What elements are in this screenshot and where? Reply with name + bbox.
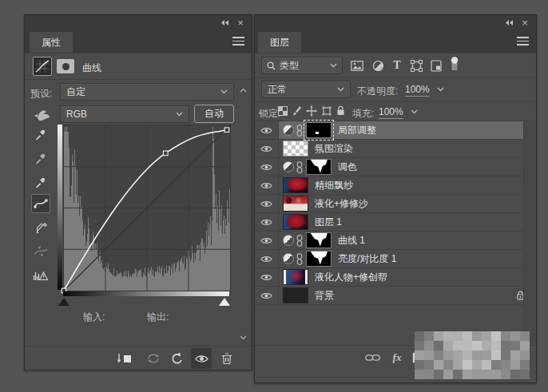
lock-transparency-icon[interactable] [277, 105, 288, 117]
layer-row[interactable]: 曲线 1 [255, 232, 536, 250]
curves-adjustment-icon[interactable] [33, 57, 52, 76]
edit-points-tool-icon[interactable] [31, 194, 50, 213]
filter-type-layers-icon[interactable]: T [390, 58, 404, 73]
layer-row[interactable]: 液化人物+修创帮 [255, 268, 536, 287]
layer-row[interactable]: 亮度/对比度 1 [255, 250, 536, 268]
layer-thumbnail[interactable] [283, 287, 308, 303]
layer-visibility-toggle[interactable] [255, 140, 279, 157]
layer-visibility-toggle[interactable] [255, 195, 279, 212]
layer-visibility-toggle[interactable] [255, 250, 279, 267]
layer-mask-thumbnail[interactable] [306, 122, 332, 138]
adjustment-layer-icon[interactable] [283, 253, 294, 264]
toggle-visibility-icon[interactable] [191, 348, 212, 369]
histogram-clipping-warning-icon[interactable] [31, 266, 50, 285]
layer-row[interactable]: 精细飘纱 [255, 176, 536, 195]
lock-artboard-icon[interactable] [320, 105, 333, 117]
tab-properties[interactable]: 属性 [30, 32, 73, 53]
layer-row[interactable]: 背景 [255, 287, 536, 305]
layers-scroll-gutter[interactable] [523, 121, 536, 343]
close-panel-icon[interactable]: × [234, 18, 247, 27]
lock-all-icon[interactable] [335, 104, 346, 117]
mask-link-icon[interactable] [296, 161, 303, 173]
channel-dropdown[interactable]: RGB [60, 105, 189, 123]
shadow-input-slider[interactable] [58, 298, 69, 306]
properties-titlebar[interactable]: × [25, 15, 252, 29]
chevron-down-icon[interactable] [437, 87, 444, 92]
layer-thumbnail[interactable] [283, 177, 308, 193]
curves-plot[interactable] [63, 125, 231, 291]
close-panel-icon[interactable]: × [518, 18, 531, 27]
layer-visibility-toggle[interactable] [255, 232, 279, 249]
delete-adjustment-icon[interactable] [218, 350, 236, 367]
layer-thumbnail[interactable] [283, 269, 308, 285]
layer-mask-thumbnail[interactable] [306, 159, 332, 175]
collapse-panel-icon[interactable] [502, 18, 515, 27]
layer-style-fx-icon[interactable]: fx [389, 350, 405, 365]
layer-name[interactable]: 曲线 1 [338, 234, 365, 247]
layer-name[interactable]: 背景 [315, 289, 334, 303]
layer-visibility-toggle[interactable] [255, 158, 279, 176]
layer-name[interactable]: 液化+修修沙 [315, 197, 368, 211]
layer-row[interactable]: 液化+修修沙 [255, 195, 536, 213]
layer-name[interactable]: 局部调整 [338, 124, 376, 137]
layer-name[interactable]: 氛围渲染 [315, 142, 353, 156]
scroll-down-icon[interactable] [240, 331, 247, 343]
lock-position-move-icon[interactable] [305, 105, 318, 117]
clip-to-layer-icon[interactable] [116, 350, 133, 366]
layer-name[interactable]: 精细飘纱 [315, 179, 353, 192]
tab-layers[interactable]: 图层 [258, 32, 301, 53]
layer-row[interactable]: 调色 [255, 158, 536, 176]
layer-visibility-toggle[interactable] [255, 213, 279, 231]
layer-name[interactable]: 图层 1 [315, 216, 342, 229]
layer-thumbnail[interactable] [283, 141, 308, 156]
mask-link-icon[interactable] [296, 125, 303, 137]
layer-visibility-toggle[interactable] [255, 121, 279, 139]
view-previous-state-icon[interactable] [145, 350, 162, 366]
panel-menu-icon[interactable] [517, 37, 529, 46]
chevron-down-icon[interactable] [411, 109, 418, 114]
filter-switch-icon[interactable] [448, 55, 461, 73]
adjustment-layer-icon[interactable] [283, 161, 294, 172]
scroll-up-icon[interactable] [240, 84, 247, 95]
layer-row[interactable]: 图层 1 [255, 213, 536, 232]
blend-mode-dropdown[interactable]: 正常 [261, 81, 351, 98]
layer-thumbnail[interactable] [283, 214, 308, 230]
preset-dropdown[interactable]: 自定 [60, 83, 234, 101]
filter-shape-layers-icon[interactable] [408, 58, 424, 73]
layer-name[interactable]: 液化人物+修创帮 [315, 271, 387, 284]
smooth-curve-tool-icon[interactable] [31, 242, 50, 261]
reset-adjustment-icon[interactable] [169, 350, 186, 366]
filter-pixel-layers-icon[interactable] [349, 58, 365, 73]
layers-titlebar[interactable]: × [255, 15, 536, 29]
white-point-eyedropper-icon[interactable] [31, 173, 50, 192]
targeted-adjustment-tool-icon[interactable] [31, 105, 52, 124]
layer-name[interactable]: 调色 [338, 160, 357, 174]
mask-link-icon[interactable] [296, 235, 303, 247]
filter-kind-dropdown[interactable]: 类型 [261, 57, 343, 74]
layer-visibility-toggle[interactable] [255, 287, 279, 304]
layer-name[interactable]: 亮度/对比度 1 [338, 252, 396, 266]
auto-button[interactable]: 自动 [194, 105, 234, 123]
link-layers-icon[interactable] [363, 350, 381, 365]
layer-row[interactable]: 局部调整 [255, 121, 536, 140]
layer-thumbnail[interactable] [283, 196, 308, 212]
layer-mask-thumbnail[interactable] [306, 232, 332, 248]
adjustment-layer-icon[interactable] [283, 235, 294, 246]
layer-visibility-toggle[interactable] [255, 268, 279, 286]
filter-smart-object-icon[interactable] [428, 58, 444, 73]
adjustment-layer-icon[interactable] [283, 125, 294, 136]
collapse-panel-icon[interactable] [218, 18, 231, 27]
gray-point-eyedropper-icon[interactable] [31, 149, 50, 168]
opacity-value[interactable]: 100% [405, 84, 430, 97]
filter-adjustment-layers-icon[interactable] [370, 58, 386, 73]
highlight-input-slider[interactable] [219, 298, 230, 306]
lock-pixels-brush-icon[interactable] [292, 105, 303, 117]
fill-value[interactable]: 100% [379, 106, 403, 119]
layer-row[interactable]: 氛围渲染 [255, 140, 536, 158]
pencil-tool-icon[interactable] [31, 218, 50, 237]
mask-link-icon[interactable] [296, 253, 303, 265]
panel-menu-icon[interactable] [232, 37, 244, 46]
layer-mask-thumbnail[interactable] [306, 251, 332, 267]
layer-visibility-toggle[interactable] [255, 176, 279, 194]
mask-properties-icon[interactable] [57, 59, 74, 73]
